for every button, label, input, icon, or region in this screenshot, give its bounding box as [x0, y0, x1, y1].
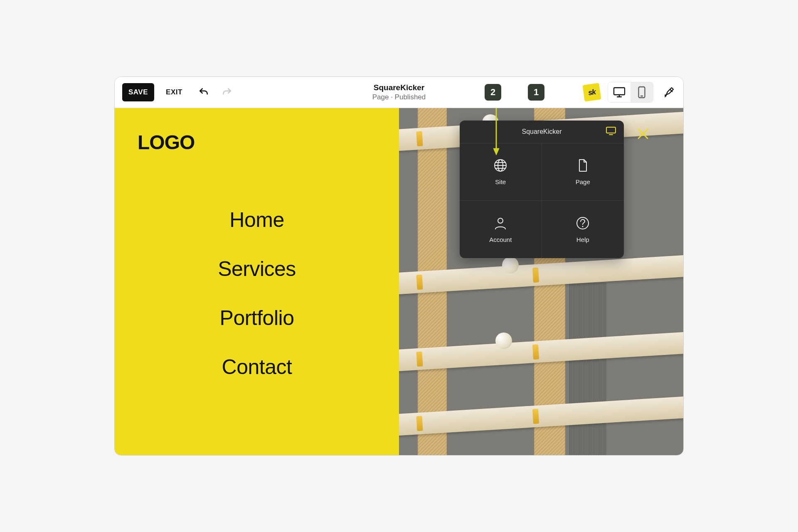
sk-tile-site[interactable]: Site — [460, 143, 542, 201]
step-badge-2: 2 — [485, 84, 501, 101]
desktop-indicator-icon — [606, 126, 616, 137]
desktop-icon — [613, 87, 626, 98]
sk-panel-header: SquareKicker — [460, 121, 624, 143]
decorative-knob — [495, 332, 512, 349]
step-badge-1: 1 — [528, 84, 544, 101]
nav-link-services[interactable]: Services — [218, 257, 296, 281]
user-icon — [493, 216, 507, 230]
decorative-knob — [502, 257, 519, 273]
toolbar-center: SquareKicker Page · Published — [372, 83, 426, 101]
viewport-switch — [608, 82, 653, 103]
sk-tile-label: Page — [576, 178, 590, 185]
svg-rect-0 — [614, 88, 625, 95]
toolbar-right: 2 1 sk — [485, 82, 676, 103]
toolbar: SAVE EXIT SquareKicker Page · Published … — [115, 77, 683, 108]
sk-tile-label: Site — [495, 178, 506, 185]
redo-icon — [222, 87, 232, 98]
styles-button[interactable] — [663, 86, 676, 99]
question-icon — [576, 216, 590, 230]
save-button[interactable]: SAVE — [122, 83, 154, 101]
svg-marker-11 — [493, 148, 499, 155]
exit-button[interactable]: EXIT — [166, 88, 182, 96]
squarekicker-panel: SquareKicker Site Page — [460, 121, 624, 258]
svg-point-5 — [498, 218, 503, 223]
site-logo[interactable]: LOGO — [138, 131, 376, 154]
close-icon — [636, 127, 650, 141]
globe-icon — [493, 158, 507, 172]
close-button[interactable] — [636, 127, 650, 141]
svg-point-7 — [582, 226, 584, 227]
site-menu-panel: LOGO Home Services Portfolio Contact — [115, 108, 399, 455]
undo-icon — [198, 87, 209, 98]
sk-panel-grid: Site Page Account — [460, 143, 624, 258]
undo-button[interactable] — [198, 87, 209, 98]
sk-logo-text: sk — [588, 87, 596, 97]
redo-button[interactable] — [222, 87, 232, 98]
desktop-view-button[interactable] — [608, 82, 631, 102]
sk-tile-page[interactable]: Page — [542, 143, 624, 201]
sk-tile-help[interactable]: Help — [542, 201, 624, 258]
sk-tile-label: Account — [489, 236, 512, 243]
page-status: Page · Published — [372, 93, 426, 101]
toolbar-left: SAVE EXIT — [122, 83, 232, 101]
mobile-view-button[interactable] — [631, 82, 653, 102]
paintbrush-icon — [663, 86, 676, 99]
squarekicker-logo-button[interactable]: sk — [582, 83, 601, 101]
file-icon — [576, 158, 590, 172]
nav-link-home[interactable]: Home — [229, 208, 284, 232]
sk-tile-label: Help — [576, 236, 589, 243]
mobile-icon — [638, 86, 646, 99]
svg-rect-2 — [606, 127, 616, 133]
nav-link-contact[interactable]: Contact — [222, 355, 292, 379]
guide-arrow-2 — [492, 101, 500, 155]
app-frame: SAVE EXIT SquareKicker Page · Published … — [114, 76, 684, 456]
site-nav: Home Services Portfolio Contact — [138, 208, 376, 379]
sk-panel-title: SquareKicker — [522, 128, 562, 135]
page-title: SquareKicker — [372, 83, 426, 92]
sk-tile-account[interactable]: Account — [460, 201, 542, 258]
decorative-mesh — [569, 283, 607, 455]
undo-redo-group — [198, 87, 232, 98]
nav-link-portfolio[interactable]: Portfolio — [220, 306, 294, 330]
